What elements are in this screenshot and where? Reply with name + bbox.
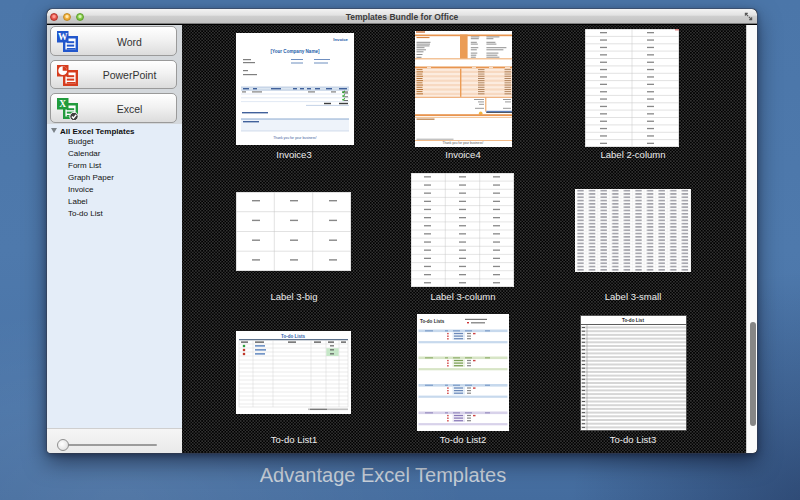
svg-text:W: W [58, 32, 68, 42]
svg-text:[Your Company Name]: [Your Company Name] [270, 49, 320, 54]
svg-text:Thank you for your business!: Thank you for your business! [273, 136, 317, 140]
svg-text:To-do Lists: To-do Lists [281, 334, 305, 339]
svg-text:To-do Lists: To-do Lists [420, 319, 445, 324]
svg-text:X: X [59, 99, 66, 109]
svg-text:Invoice: Invoice [333, 37, 348, 42]
svg-text:Thank you for your business!: Thank you for your business! [443, 141, 484, 145]
svg-text:To-do List: To-do List [622, 318, 644, 323]
